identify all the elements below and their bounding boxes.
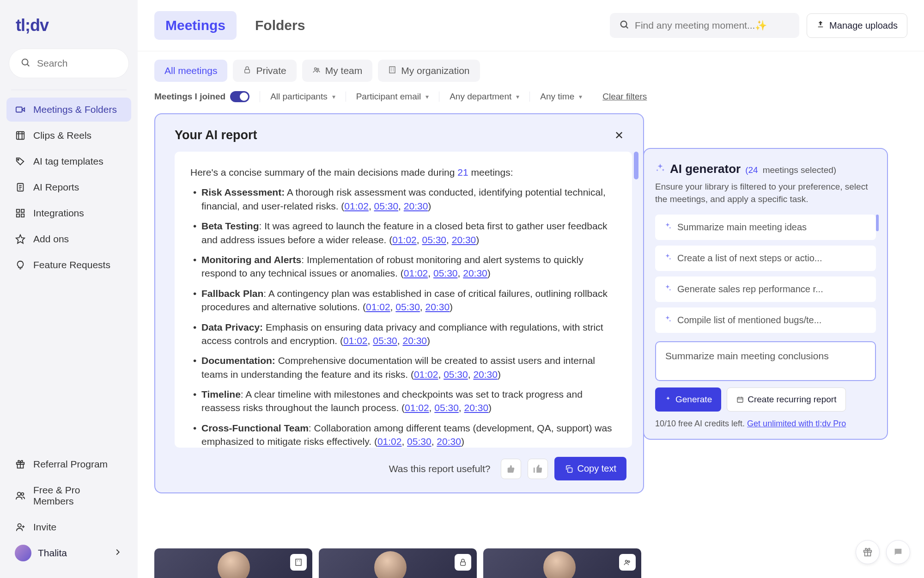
floating-buttons	[856, 540, 910, 564]
thumbs-up-button[interactable]	[528, 459, 548, 479]
timestamp-link[interactable]: 05:30	[434, 402, 459, 413]
timestamp-link[interactable]: 01:02	[343, 335, 368, 346]
chevron-right-icon	[113, 547, 123, 559]
chat-fab[interactable]	[886, 540, 910, 564]
credits-line: 10/10 free AI credits left. Get unlimite…	[655, 419, 876, 429]
timestamp-link[interactable]: 05:30	[374, 201, 399, 211]
nav-invite[interactable]: Invite	[6, 515, 131, 539]
report-item: Fallback Plan: A contingency plan was es…	[190, 287, 616, 314]
clear-filters-link[interactable]: Clear filters	[602, 92, 647, 102]
timestamp-link[interactable]: 20:30	[437, 436, 461, 447]
pill-private[interactable]: Private	[233, 60, 296, 82]
timestamp-link[interactable]: 01:02	[404, 268, 428, 278]
timestamp-link[interactable]: 05:30	[395, 301, 420, 312]
video-tile[interactable]	[319, 548, 477, 578]
get-unlimited-link[interactable]: Get unlimited with tl;dv Pro	[747, 419, 846, 428]
nav-label: Referral Program	[33, 459, 108, 470]
scrollbar-thumb[interactable]	[634, 152, 638, 179]
timestamp-link[interactable]: 05:30	[407, 436, 432, 447]
nav-feature-requests[interactable]: Feature Requests	[6, 253, 131, 277]
nav-meetings-folders[interactable]: Meetings & Folders	[6, 98, 131, 122]
timestamp-link[interactable]: 05:30	[444, 369, 468, 380]
tab-meetings[interactable]: Meetings	[154, 11, 237, 40]
lock-badge-icon	[455, 554, 471, 571]
global-search-input[interactable]	[635, 20, 790, 31]
report-body[interactable]: Here's a concise summary of the main dec…	[175, 152, 632, 448]
global-search[interactable]	[610, 13, 799, 38]
dropdown-label: Any department	[450, 92, 511, 102]
timestamp-link[interactable]: 20:30	[452, 234, 476, 245]
timestamp-link[interactable]: 01:02	[414, 369, 438, 380]
timestamp-link[interactable]: 01:02	[392, 234, 417, 245]
pill-all-meetings[interactable]: All meetings	[154, 60, 227, 82]
user-name: Thalita	[38, 547, 67, 559]
people-icon	[15, 490, 26, 501]
video-tile[interactable]	[154, 548, 312, 578]
timestamp-link[interactable]: 20:30	[404, 201, 428, 211]
create-recurring-button[interactable]: Create recurring report	[727, 387, 846, 412]
nav-members[interactable]: Free & Pro Members	[6, 478, 131, 513]
filter-email[interactable]: Participant email ▾	[346, 92, 439, 102]
topbar: Meetings Folders Manage uploads	[138, 0, 924, 51]
timestamp-link[interactable]: 20:30	[473, 369, 498, 380]
sidebar-search[interactable]	[9, 49, 128, 78]
timestamp-link[interactable]: 20:30	[402, 335, 427, 346]
sparkle-icon	[663, 315, 672, 326]
divider	[11, 90, 127, 90]
generator-input[interactable]: Summarize main meeting conclusions	[655, 341, 876, 381]
bulb-icon	[15, 259, 26, 271]
svg-point-29	[317, 68, 319, 70]
report-title: Your AI report	[175, 128, 257, 142]
report-footer: Was this report usefult? Copy text	[155, 448, 643, 492]
timestamp-link[interactable]: 20:30	[426, 301, 450, 312]
nav-ai-tag-templates[interactable]: AI tag templates	[6, 149, 131, 173]
org-badge-icon	[290, 554, 307, 571]
suggestion-item[interactable]: Compile list of mentioned bugs/te...	[655, 307, 876, 333]
video-icon	[15, 104, 26, 115]
gift-fab[interactable]	[856, 540, 880, 564]
nav-clips-reels[interactable]: Clips & Reels	[6, 123, 131, 148]
video-tile[interactable]	[483, 548, 641, 578]
manage-uploads-button[interactable]: Manage uploads	[807, 13, 907, 38]
nav-label: Invite	[33, 522, 56, 533]
scrollbar-thumb[interactable]	[876, 215, 879, 231]
timestamp-link[interactable]: 01:02	[405, 402, 429, 413]
nav-integrations[interactable]: Integrations	[6, 201, 131, 225]
timestamp-link[interactable]: 01:02	[366, 301, 390, 312]
filter-department[interactable]: Any department ▾	[439, 92, 530, 102]
svg-point-28	[314, 68, 316, 70]
nav-ai-reports[interactable]: AI Reports	[6, 175, 131, 199]
sidebar-search-input[interactable]	[37, 58, 117, 69]
thumbs-down-button[interactable]	[501, 459, 521, 479]
suggestion-item[interactable]: Generate sales rep performance r...	[655, 277, 876, 302]
svg-point-47	[628, 561, 630, 563]
filter-participants[interactable]: All participants ▾	[260, 92, 346, 102]
timestamp-link[interactable]: 05:30	[433, 268, 458, 278]
suggestion-item[interactable]: Summarize main meeting ideas	[655, 215, 876, 240]
generate-button[interactable]: Generate	[655, 387, 721, 412]
chevron-down-icon: ▾	[579, 93, 582, 100]
close-icon[interactable]: ✕	[614, 129, 624, 142]
timestamp-link[interactable]: 05:30	[422, 234, 446, 245]
suggestion-item[interactable]: Create a list of next steps or actio...	[655, 246, 876, 271]
timestamp-link[interactable]: 20:30	[463, 268, 487, 278]
svg-marker-16	[16, 235, 24, 243]
joined-label: Meetings I joined	[154, 92, 225, 102]
pill-my-team[interactable]: My team	[302, 60, 373, 82]
timestamp-link[interactable]: 05:30	[373, 335, 397, 346]
user-menu[interactable]: Thalita	[6, 539, 131, 567]
filter-time[interactable]: Any time ▾	[530, 92, 592, 102]
generator-description: Ensure your library is filtered to your …	[655, 181, 876, 205]
timestamp-link[interactable]: 01:02	[377, 436, 402, 447]
tab-folders[interactable]: Folders	[244, 11, 316, 40]
copy-text-button[interactable]: Copy text	[554, 457, 626, 480]
timestamp-link[interactable]: 01:02	[344, 201, 369, 211]
suggestion-text: Summarize main meeting ideas	[677, 222, 807, 233]
svg-rect-27	[245, 69, 250, 73]
pill-my-org[interactable]: My organization	[378, 60, 480, 82]
svg-rect-13	[21, 209, 24, 212]
joined-toggle[interactable]	[230, 91, 249, 102]
timestamp-link[interactable]: 20:30	[464, 402, 489, 413]
nav-add-ons[interactable]: Add ons	[6, 227, 131, 251]
nav-referral[interactable]: Referral Program	[6, 452, 131, 476]
